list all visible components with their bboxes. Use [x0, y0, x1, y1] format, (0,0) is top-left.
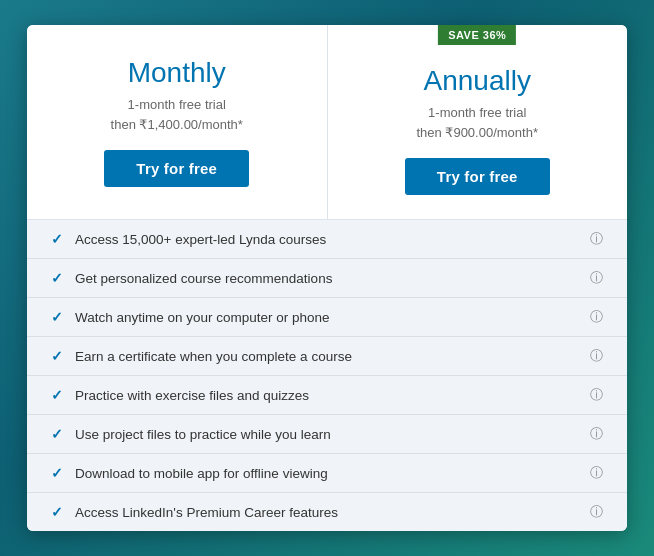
check-icon: ✓	[51, 309, 63, 325]
feature-text: Use project files to practice while you …	[75, 427, 584, 442]
feature-text: Practice with exercise files and quizzes	[75, 388, 584, 403]
info-icon[interactable]: ⓘ	[590, 308, 603, 326]
check-icon: ✓	[51, 270, 63, 286]
check-icon: ✓	[51, 465, 63, 481]
info-icon[interactable]: ⓘ	[590, 347, 603, 365]
annually-title: Annually	[352, 65, 604, 97]
feature-item: ✓Earn a certificate when you complete a …	[27, 337, 627, 376]
check-icon: ✓	[51, 504, 63, 520]
info-icon[interactable]: ⓘ	[590, 425, 603, 443]
check-icon: ✓	[51, 387, 63, 403]
feature-item: ✓Download to mobile app for offline view…	[27, 454, 627, 493]
annually-subtitle: 1-month free trial then ₹900.00/month*	[352, 103, 604, 142]
feature-text: Earn a certificate when you complete a c…	[75, 349, 584, 364]
feature-text: Get personalized course recommendations	[75, 271, 584, 286]
annually-try-button[interactable]: Try for free	[405, 158, 550, 195]
monthly-plan: Monthly 1-month free trial then ₹1,400.0…	[27, 25, 328, 219]
info-icon[interactable]: ⓘ	[590, 269, 603, 287]
info-icon[interactable]: ⓘ	[590, 503, 603, 521]
check-icon: ✓	[51, 348, 63, 364]
pricing-row: Monthly 1-month free trial then ₹1,400.0…	[27, 25, 627, 220]
save-badge: SAVE 36%	[438, 25, 516, 45]
annually-price-text: then ₹900.00/month*	[352, 123, 604, 143]
annually-plan: SAVE 36% Annually 1-month free trial the…	[328, 25, 628, 219]
info-icon[interactable]: ⓘ	[590, 386, 603, 404]
feature-text: Watch anytime on your computer or phone	[75, 310, 584, 325]
annually-trial-text: 1-month free trial	[352, 103, 604, 123]
feature-item: ✓Access 15,000+ expert-led Lynda courses…	[27, 220, 627, 259]
monthly-title: Monthly	[51, 57, 303, 89]
feature-item: ✓Watch anytime on your computer or phone…	[27, 298, 627, 337]
feature-item: ✓Access LinkedIn's Premium Career featur…	[27, 493, 627, 531]
feature-item: ✓Practice with exercise files and quizze…	[27, 376, 627, 415]
feature-text: Download to mobile app for offline viewi…	[75, 466, 584, 481]
monthly-subtitle: 1-month free trial then ₹1,400.00/month*	[51, 95, 303, 134]
monthly-try-button[interactable]: Try for free	[104, 150, 249, 187]
monthly-price-text: then ₹1,400.00/month*	[51, 115, 303, 135]
feature-text: Access 15,000+ expert-led Lynda courses	[75, 232, 584, 247]
features-list: ✓Access 15,000+ expert-led Lynda courses…	[27, 220, 627, 531]
info-icon[interactable]: ⓘ	[590, 464, 603, 482]
check-icon: ✓	[51, 426, 63, 442]
monthly-trial-text: 1-month free trial	[51, 95, 303, 115]
feature-item: ✓Use project files to practice while you…	[27, 415, 627, 454]
pricing-card: Monthly 1-month free trial then ₹1,400.0…	[27, 25, 627, 531]
info-icon[interactable]: ⓘ	[590, 230, 603, 248]
feature-item: ✓Get personalized course recommendations…	[27, 259, 627, 298]
check-icon: ✓	[51, 231, 63, 247]
feature-text: Access LinkedIn's Premium Career feature…	[75, 505, 584, 520]
